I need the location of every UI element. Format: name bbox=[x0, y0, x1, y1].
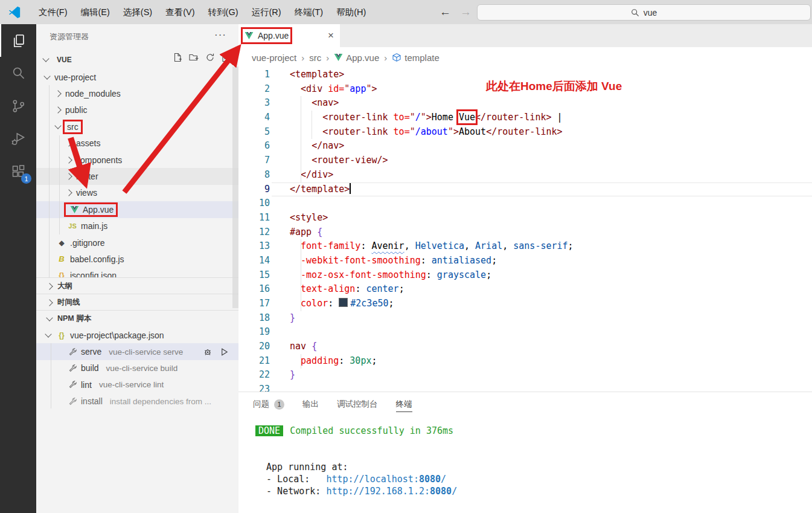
line-number: 20 bbox=[238, 340, 270, 354]
terminal-output[interactable]: DONECompiled successfully in 376ms App r… bbox=[238, 416, 812, 497]
terminal-url-link[interactable]: http://192.168.1.2:8080/ bbox=[326, 486, 457, 497]
code-line[interactable]: 17 color: #2c3e50; bbox=[238, 297, 812, 311]
code-line[interactable]: 9</template> bbox=[238, 182, 812, 197]
code-line[interactable]: 13 font-family: Avenir, Helvetica, Arial… bbox=[238, 239, 812, 254]
code-line[interactable]: 18} bbox=[238, 311, 812, 326]
npm-script-lint[interactable]: lint vue-cli-service lint bbox=[36, 376, 238, 393]
tree-item[interactable]: public bbox=[36, 102, 238, 118]
code-line[interactable]: 6 </nav> bbox=[238, 139, 812, 153]
code-line[interactable]: 5 <router-link to="/about">About</router… bbox=[238, 125, 812, 140]
code-line[interactable]: 23 bbox=[238, 382, 812, 392]
code-line[interactable]: 21 padding: 30px; bbox=[238, 354, 812, 369]
chevron-right-icon bbox=[65, 190, 72, 196]
menu-item[interactable]: 文件(F) bbox=[32, 0, 74, 24]
search-sidebar-icon[interactable] bbox=[0, 57, 36, 89]
panel-tab[interactable]: 终端 bbox=[396, 392, 412, 416]
breadcrumb-separator: › bbox=[384, 53, 387, 63]
tree-item[interactable]: assets bbox=[36, 135, 238, 152]
breadcrumb-item[interactable]: App.vue bbox=[334, 53, 379, 63]
debug-script-icon[interactable] bbox=[203, 347, 213, 357]
code-line[interactable]: 16 text-align: center; bbox=[238, 282, 812, 297]
tree-item[interactable]: App.vue bbox=[36, 201, 238, 218]
tab-app-vue[interactable]: App.vue × bbox=[238, 24, 340, 47]
source-control-icon[interactable] bbox=[0, 89, 36, 122]
explorer-icon[interactable] bbox=[0, 24, 36, 57]
breadcrumb-item[interactable]: vue-project bbox=[252, 53, 296, 63]
code-line[interactable]: 4 <router-link to="/">Home Vue</router-l… bbox=[238, 111, 812, 125]
code-line[interactable]: 3 <nav> bbox=[238, 96, 812, 111]
tree-item[interactable]: components bbox=[36, 152, 238, 168]
code-line[interactable]: 7 <router-view/> bbox=[238, 153, 812, 168]
vue-section-header[interactable]: VUE bbox=[36, 52, 238, 68]
new-folder-icon[interactable] bbox=[189, 53, 199, 62]
code-line[interactable]: 10 bbox=[238, 196, 812, 211]
panel-tab[interactable]: 调试控制台 bbox=[337, 392, 378, 416]
run-script-icon[interactable] bbox=[220, 347, 229, 357]
menu-item[interactable]: 终端(T) bbox=[288, 0, 330, 24]
collapse-all-icon[interactable] bbox=[222, 53, 231, 62]
npm-package-json[interactable]: {} vue-project\package.json bbox=[36, 327, 238, 343]
code-line[interactable]: 11<style> bbox=[238, 211, 812, 225]
new-file-icon[interactable] bbox=[173, 53, 182, 62]
menu-item[interactable]: 转到(G) bbox=[202, 0, 245, 24]
tree-item[interactable]: router bbox=[36, 168, 238, 184]
npm-script-build[interactable]: build vue-cli-service build bbox=[36, 360, 238, 376]
menu-item[interactable]: 编辑(E) bbox=[74, 0, 117, 24]
npm-script-name: install bbox=[81, 396, 103, 406]
sidebar-scrollbar[interactable] bbox=[232, 66, 238, 308]
tree-item[interactable]: ◆.gitignore bbox=[36, 234, 238, 251]
run-debug-icon[interactable] bbox=[0, 122, 36, 155]
tree-item[interactable]: JSmain.js bbox=[36, 218, 238, 234]
done-badge: DONE bbox=[255, 425, 283, 436]
line-number: 10 bbox=[238, 196, 270, 211]
refresh-icon[interactable] bbox=[205, 53, 215, 62]
panel-tab[interactable]: 输出 bbox=[302, 392, 319, 416]
forward-button[interactable]: → bbox=[460, 0, 472, 24]
npm-scripts-section-header[interactable]: NPM 脚本 bbox=[36, 310, 238, 327]
code-line[interactable]: 8 </div> bbox=[238, 168, 812, 182]
breadcrumb-item[interactable]: template bbox=[392, 53, 440, 63]
line-number: 1 bbox=[238, 68, 270, 82]
tree-item[interactable]: vue-project bbox=[36, 69, 238, 85]
chevron-down-icon bbox=[43, 73, 50, 79]
breadcrumb-item[interactable]: src bbox=[309, 53, 321, 63]
menu-item[interactable]: 运行(R) bbox=[245, 0, 287, 24]
extensions-icon[interactable]: 1 bbox=[0, 155, 36, 187]
code-editor[interactable]: 1<template>2 <div id="app">3 <nav>4 <rou… bbox=[238, 68, 812, 392]
tree-item-label: assets bbox=[76, 138, 100, 148]
back-button[interactable]: ← bbox=[440, 0, 451, 24]
npm-script-install[interactable]: install install dependencies from ... bbox=[36, 393, 238, 410]
tree-item[interactable]: views bbox=[36, 185, 238, 201]
outline-section-header[interactable]: 大纲 bbox=[36, 277, 238, 294]
tree-item[interactable]: {}jsconfig.json bbox=[36, 268, 238, 277]
line-number: 8 bbox=[238, 168, 270, 182]
code-line[interactable]: 14 -webkit-font-smoothing: antialiased; bbox=[238, 254, 812, 268]
timeline-section-header[interactable]: 时间线 bbox=[36, 294, 238, 311]
terminal-url-link[interactable]: http://localhost:8080/ bbox=[326, 474, 446, 485]
tree-item-label: public bbox=[65, 105, 88, 115]
extensions-badge: 1 bbox=[21, 173, 31, 184]
tree-item[interactable]: node_modules bbox=[36, 85, 238, 102]
line-number: 13 bbox=[238, 239, 270, 254]
tree-item[interactable]: src bbox=[36, 118, 238, 135]
sidebar-more-actions-icon[interactable]: ··· bbox=[214, 29, 226, 41]
code-line[interactable]: 15 -moz-osx-font-smoothing: grayscale; bbox=[238, 268, 812, 283]
panel-tab[interactable]: 问题1 bbox=[253, 392, 284, 416]
code-line[interactable]: 22} bbox=[238, 368, 812, 382]
command-center-search[interactable]: vue bbox=[477, 4, 811, 21]
tree-item[interactable]: Bbabel.config.js bbox=[36, 251, 238, 267]
code-line[interactable]: 20nav { bbox=[238, 340, 812, 354]
menu-item[interactable]: 帮助(H) bbox=[330, 0, 372, 24]
tree-item-label: src bbox=[67, 122, 78, 132]
indent-guide bbox=[301, 354, 301, 369]
menu-item[interactable]: 查看(V) bbox=[159, 0, 201, 24]
outline-label: 大纲 bbox=[57, 281, 72, 291]
tab-close-icon[interactable]: × bbox=[328, 30, 334, 42]
code-line[interactable]: 19 bbox=[238, 325, 812, 340]
npm-script-serve[interactable]: serve vue-cli-service serve bbox=[36, 343, 238, 360]
tree-item-label: jsconfig.json bbox=[70, 271, 117, 277]
wrench-icon bbox=[68, 347, 77, 357]
search-value: vue bbox=[644, 8, 657, 18]
menu-item[interactable]: 选择(S) bbox=[117, 0, 159, 24]
code-line[interactable]: 12#app { bbox=[238, 225, 812, 240]
